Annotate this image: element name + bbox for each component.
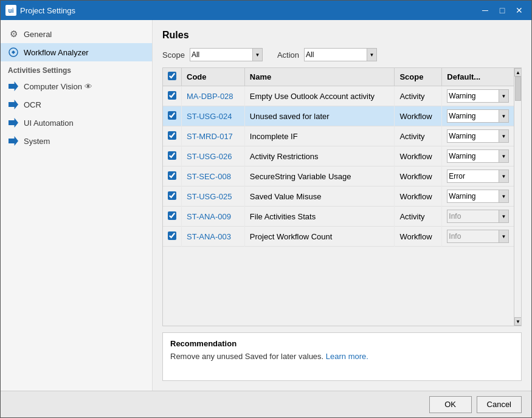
- recommendation-link[interactable]: Learn more.: [326, 352, 368, 361]
- row-code: ST-ANA-003: [182, 227, 245, 247]
- row-code: ST-USG-024: [182, 106, 245, 126]
- row-checkbox[interactable]: [168, 131, 176, 140]
- row-checkbox-cell: [163, 166, 182, 187]
- row-action-select[interactable]: WarningErrorInfo: [447, 170, 499, 182]
- sidebar-item-workflow-analyzer[interactable]: Workflow Analyzer: [1, 43, 152, 61]
- row-action-select[interactable]: WarningErrorInfo: [447, 90, 499, 102]
- scrollbar[interactable]: ▲ ▼: [514, 68, 521, 326]
- scroll-down-button[interactable]: ▼: [514, 317, 522, 326]
- row-action-cell: WarningErrorInfo▼: [442, 86, 514, 106]
- row-action-select-wrapper[interactable]: WarningErrorInfo▼: [447, 129, 509, 143]
- sidebar-item-computer-vision[interactable]: Computer Vision 👁: [1, 77, 152, 95]
- row-action-select-wrapper[interactable]: WarningErrorInfo▼: [447, 149, 509, 163]
- arrow-icon: [8, 99, 19, 110]
- row-action-select-wrapper[interactable]: WarningErrorInfo▼: [447, 210, 509, 223]
- row-action-select-wrapper[interactable]: WarningErrorInfo▼: [447, 190, 509, 203]
- row-action-select[interactable]: WarningErrorInfo: [447, 210, 499, 222]
- header-default: Default...: [442, 68, 514, 86]
- table-row: ST-ANA-009File Activities StatsActivityW…: [163, 207, 514, 227]
- row-scope: Workflow: [395, 227, 442, 247]
- cancel-button[interactable]: Cancel: [477, 396, 522, 413]
- row-scope: Activity: [395, 207, 442, 227]
- eye-icon: 👁: [85, 82, 92, 91]
- table-row: ST-ANA-003Project Workflow CountWorkflow…: [163, 227, 514, 247]
- row-checkbox[interactable]: [168, 111, 176, 120]
- action-select[interactable]: All Warning Error Info: [305, 49, 367, 61]
- rules-table: Code Name Scope Default... MA-DBP-028Emp…: [163, 68, 514, 247]
- row-code: ST-USG-025: [182, 187, 245, 207]
- window-body: ⚙ General Workflow Analyzer Activities S…: [1, 20, 531, 391]
- sidebar-item-ocr[interactable]: OCR: [1, 95, 152, 114]
- recommendation-body: Remove any unused Saved for later values…: [170, 352, 323, 361]
- row-checkbox[interactable]: [168, 151, 176, 160]
- sidebar-item-ui-automation[interactable]: UI Automation: [1, 114, 152, 132]
- row-code: ST-USG-026: [182, 146, 245, 166]
- row-action-select[interactable]: WarningErrorInfo: [447, 230, 499, 242]
- row-action-select-wrapper[interactable]: WarningErrorInfo▼: [447, 89, 509, 103]
- maximize-button[interactable]: □: [495, 4, 510, 16]
- scope-label: Scope: [162, 50, 185, 60]
- row-code: ST-SEC-008: [182, 166, 245, 187]
- row-scope: Workflow: [395, 146, 442, 166]
- sidebar-item-system[interactable]: System: [1, 132, 152, 150]
- close-button[interactable]: ✕: [512, 4, 527, 16]
- row-action-select[interactable]: WarningErrorInfo: [447, 130, 499, 142]
- recommendation-title: Recommendation: [170, 339, 514, 348]
- workflow-icon: [8, 47, 19, 58]
- title-bar: ui Project Settings ─ □ ✕: [1, 1, 531, 20]
- row-checkbox[interactable]: [168, 171, 176, 180]
- minimize-button[interactable]: ─: [478, 4, 492, 16]
- action-dropdown-arrow: ▼: [499, 230, 508, 242]
- sidebar-item-label: System: [24, 137, 50, 146]
- row-action-cell: WarningErrorInfo▼: [442, 106, 514, 126]
- row-name: SecureString Variable Usage: [244, 166, 395, 187]
- action-dropdown-arrow: ▼: [499, 170, 508, 182]
- page-title: Rules: [162, 30, 522, 41]
- row-checkbox[interactable]: [168, 231, 176, 240]
- row-name: Empty Use Outlook Account activity: [244, 86, 395, 106]
- header-checkbox[interactable]: [168, 72, 176, 80]
- row-checkbox[interactable]: [168, 91, 176, 100]
- action-dropdown-arrow: ▼: [499, 110, 508, 122]
- row-action-select[interactable]: WarningErrorInfo: [447, 150, 499, 162]
- recommendation-box: Recommendation Remove any unused Saved f…: [162, 332, 522, 381]
- sidebar-item-label: Computer Vision: [24, 82, 82, 91]
- sidebar-item-label: UI Automation: [24, 118, 74, 128]
- scroll-track: [514, 77, 521, 317]
- sidebar-item-label: OCR: [24, 100, 41, 109]
- app-icon: ui: [5, 5, 16, 16]
- header-name: Name: [244, 68, 395, 86]
- row-name: Project Workflow Count: [244, 227, 395, 247]
- gear-icon: ⚙: [8, 29, 19, 39]
- table-scroll-area[interactable]: Code Name Scope Default... MA-DBP-028Emp…: [163, 68, 514, 326]
- row-action-select[interactable]: WarningErrorInfo: [447, 110, 499, 122]
- row-checkbox[interactable]: [168, 211, 176, 220]
- scope-select-wrapper[interactable]: All Activity Workflow ▼: [190, 48, 263, 61]
- action-dropdown-arrow: ▼: [367, 49, 376, 61]
- row-checkbox-cell: [163, 126, 182, 146]
- row-checkbox-cell: [163, 187, 182, 207]
- row-checkbox-cell: [163, 106, 182, 126]
- sidebar-item-label: General: [24, 30, 52, 39]
- sidebar-item-label: Workflow Analyzer: [24, 48, 89, 57]
- scope-select[interactable]: All Activity Workflow: [190, 49, 252, 61]
- window-footer: OK Cancel: [1, 391, 531, 417]
- scroll-up-button[interactable]: ▲: [514, 68, 522, 77]
- sidebar-item-general[interactable]: ⚙ General: [1, 25, 152, 43]
- row-checkbox[interactable]: [168, 191, 176, 200]
- ok-button[interactable]: OK: [429, 396, 472, 413]
- action-select-wrapper[interactable]: All Warning Error Info ▼: [304, 48, 377, 61]
- row-action-select-wrapper[interactable]: WarningErrorInfo▼: [447, 109, 509, 123]
- row-action-select-wrapper[interactable]: WarningErrorInfo▼: [447, 230, 509, 243]
- row-checkbox-cell: [163, 207, 182, 227]
- scroll-thumb[interactable]: [515, 77, 521, 101]
- header-checkbox-cell: [163, 68, 182, 86]
- action-label: Action: [277, 50, 299, 60]
- row-action-select[interactable]: WarningErrorInfo: [447, 190, 499, 202]
- row-checkbox-cell: [163, 227, 182, 247]
- table-row: ST-USG-026Activity RestrictionsWorkflowW…: [163, 146, 514, 166]
- project-settings-window: ui Project Settings ─ □ ✕ ⚙ General: [0, 0, 532, 418]
- arrow-icon: [8, 81, 19, 92]
- row-action-select-wrapper[interactable]: WarningErrorInfo▼: [447, 170, 509, 183]
- row-name: File Activities Stats: [244, 207, 395, 227]
